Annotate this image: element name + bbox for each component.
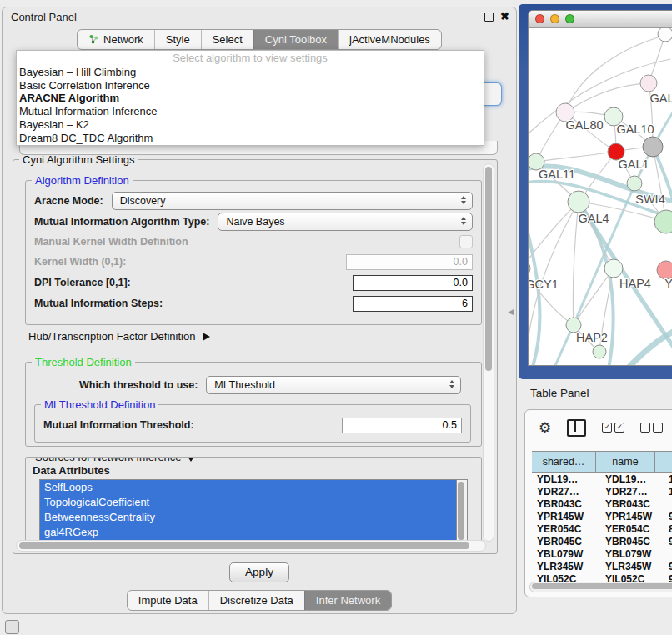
table-cell[interactable]: YDL19…: [532, 472, 600, 485]
table-row[interactable]: YBL079WYBL079W: [532, 548, 672, 560]
table-cell[interactable]: 12: [664, 485, 672, 498]
hub-definition-label: Hub/Transcription Factor Definition: [28, 330, 195, 342]
table-cell[interactable]: YER054C: [600, 522, 664, 535]
kernel-width-input[interactable]: [346, 254, 473, 270]
algorithm-option-aracne-algorithm[interactable]: ARACNE Algorithm: [17, 92, 484, 105]
dpi-tolerance-input[interactable]: [353, 275, 473, 291]
list-scrollbar[interactable]: [456, 479, 468, 546]
mac-minimize-button[interactable]: [550, 14, 559, 23]
tab-network[interactable]: Network: [78, 30, 154, 49]
table-cell[interactable]: YPR145W: [600, 510, 664, 522]
float-window-icon[interactable]: [484, 12, 494, 22]
table-row[interactable]: YPR145WYPR145W9.: [532, 510, 672, 522]
gear-icon[interactable]: ⚙: [539, 421, 551, 435]
select-all-checkboxes-icon[interactable]: ✓✓: [602, 422, 624, 432]
table-cell[interactable]: YBR045C: [532, 535, 600, 548]
table-cell[interactable]: YLR345W: [600, 560, 664, 572]
mi-threshold-input[interactable]: [342, 418, 462, 433]
mi-steps-input[interactable]: [353, 296, 473, 312]
network-edge[interactable]: [627, 328, 672, 365]
docked-panel-icon[interactable]: [5, 620, 19, 634]
aracne-mode-select[interactable]: Discovery: [112, 192, 473, 210]
table-horizontal-scrollbar[interactable]: [529, 582, 672, 592]
collapse-arrow-icon: [187, 457, 195, 462]
algorithm-option-bayesian-hill-climbing[interactable]: Bayesian – Hill Climbing: [17, 66, 484, 79]
manual-kernel-checkbox[interactable]: [459, 235, 473, 248]
close-icon[interactable]: ✖: [500, 10, 509, 22]
focused-combo-fragment[interactable]: [483, 82, 502, 106]
tab-infer-network[interactable]: Infer Network: [304, 591, 391, 610]
table-row[interactable]: YER054CYER054C8.: [532, 522, 672, 535]
column-header-3[interactable]: [655, 452, 672, 472]
table-cell[interactable]: YLR345W: [532, 560, 600, 572]
table-cell[interactable]: 8.: [664, 522, 672, 535]
table-cell[interactable]: YBR045C: [600, 535, 664, 548]
network-node[interactable]: [658, 28, 672, 42]
tab-discretize-data[interactable]: Discretize Data: [208, 591, 304, 610]
table-row[interactable]: YDL19…YDL19…13: [532, 472, 672, 485]
hub-definition-expander[interactable]: Hub/Transcription Factor Definition: [28, 330, 210, 342]
apply-button[interactable]: Apply: [229, 562, 289, 582]
table-cell[interactable]: YDR27…: [600, 485, 664, 498]
mac-zoom-button[interactable]: [565, 14, 574, 23]
tab-cyni-toolbox[interactable]: Cyni Toolbox: [253, 30, 338, 49]
network-edge[interactable]: [529, 202, 579, 268]
column-header-name[interactable]: name: [596, 452, 655, 472]
attribute-item-gal4rgexp[interactable]: gal4RGexp: [40, 525, 457, 540]
attribute-item-betweennesscentrality[interactable]: BetweennessCentrality: [40, 510, 457, 525]
tab-impute-data[interactable]: Impute Data: [128, 591, 208, 610]
table-cell[interactable]: 13: [664, 472, 672, 485]
mi-steps-label: Mutual Information Steps:: [34, 298, 163, 309]
table-row[interactable]: YLR345WYLR345W9.: [532, 560, 672, 572]
settings-horizontal-scrollbar[interactable]: [16, 540, 486, 552]
node-label-gal4: GAL4: [578, 212, 609, 225]
table-cell[interactable]: YDL19…: [600, 472, 664, 485]
table-cell[interactable]: 9.: [664, 560, 672, 572]
dropdown-prompt: Select algorithm to view settings: [17, 51, 484, 66]
node-label-hap4: HAP4: [619, 277, 651, 290]
algorithm-option-mutual-information-inference[interactable]: Mutual Information Inference: [17, 105, 484, 118]
mi-algorithm-type-select[interactable]: Naive Bayes: [218, 212, 473, 231]
table-cell[interactable]: 9.: [664, 535, 672, 548]
table-cell[interactable]: YBL079W: [600, 548, 664, 560]
table-cell[interactable]: YBR043C: [600, 498, 664, 510]
network-node-gcy1[interactable]: [529, 260, 530, 277]
attribute-item-selfloops[interactable]: SelfLoops: [40, 480, 457, 495]
table-cell[interactable]: YDR27…: [532, 485, 600, 498]
attribute-item-topologicalcoefficient[interactable]: TopologicalCoefficient: [40, 495, 457, 510]
settings-vertical-scrollbar[interactable]: [483, 163, 494, 542]
table-row[interactable]: YBR043CYBR043C: [532, 498, 672, 510]
network-node-hap4[interactable]: [604, 259, 623, 278]
tab-select[interactable]: Select: [201, 30, 253, 49]
table-row[interactable]: YDR27…YDR27…12: [532, 485, 672, 498]
algorithm-option-dream8-dc-tdc-algorithm[interactable]: Dream8 DC_TDC Algorithm: [17, 132, 484, 145]
table-cell[interactable]: YER054C: [532, 522, 600, 535]
algorithm-option-basic-correlation-inference[interactable]: Basic Correlation Inference: [17, 79, 484, 92]
table-cell[interactable]: YBR043C: [532, 498, 600, 510]
tab-style[interactable]: Style: [154, 30, 201, 49]
network-edge[interactable]: [565, 38, 658, 112]
which-threshold-select[interactable]: MI Threshold: [206, 376, 461, 394]
mac-close-button[interactable]: [535, 14, 544, 23]
network-edge[interactable]: [565, 83, 649, 112]
network-node[interactable]: [593, 345, 606, 358]
column-header-shared[interactable]: shared…: [532, 452, 596, 472]
table-cell[interactable]: [664, 498, 672, 510]
network-node[interactable]: [643, 137, 663, 157]
split-columns-icon[interactable]: [567, 419, 586, 437]
table-cell[interactable]: [664, 548, 672, 560]
network-node-gal4[interactable]: [568, 191, 589, 212]
algorithm-option-bayesian-k2[interactable]: Bayesian – K2: [17, 118, 484, 132]
table-cell[interactable]: 9.: [664, 510, 672, 522]
node-label-gal80: GAL80: [565, 118, 603, 132]
table-row[interactable]: YBR045CYBR045C9.: [532, 535, 672, 548]
deselect-all-checkboxes-icon[interactable]: [640, 422, 663, 432]
table-cell[interactable]: YBL079W: [532, 548, 600, 560]
data-attributes-list[interactable]: SelfLoopsTopologicalCoefficientBetweenne…: [39, 479, 457, 546]
network-node-gal1[interactable]: [627, 176, 642, 191]
network-edge[interactable]: [536, 152, 616, 162]
network-node-gal[interactable]: [640, 75, 657, 92]
network-canvas[interactable]: GALGAL80GAL10GAL11GAL1SWI4GAL4GCY1HAP4YH…: [529, 28, 672, 365]
tab-jactivemnodules[interactable]: jActiveMNodules: [338, 30, 441, 49]
table-cell[interactable]: YPR145W: [532, 510, 600, 522]
